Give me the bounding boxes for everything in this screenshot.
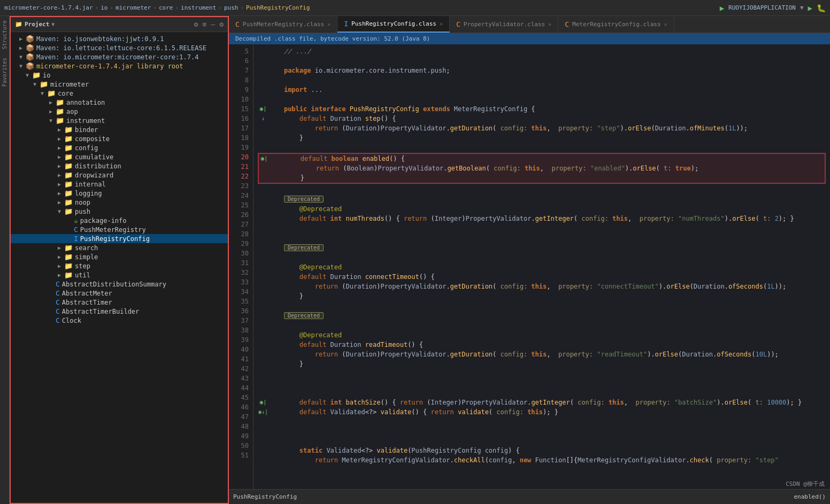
tab-meter-registry-config[interactable]: C MeterRegistryConfig.class ✕ (558, 16, 674, 33)
code-editor[interactable]: 5 6 7 8 9 10 15 16 17 18 19 20 21 22 23 … (229, 44, 830, 489)
code-text-7: package io.micrometer.core.instrument.pu… (268, 66, 826, 75)
breadcrumb-item-core[interactable]: core (159, 4, 173, 11)
edge-tab-structure[interactable]: Structure (1, 16, 9, 53)
code-text-9: import ... (268, 85, 826, 95)
ln33: 33 (229, 277, 249, 287)
code-line-32: default Duration connectTimeout() { (258, 272, 826, 282)
tab-close-2[interactable]: ✕ (440, 21, 443, 27)
breadcrumb-sep3: › (153, 4, 157, 11)
code-text-10 (268, 95, 826, 104)
breadcrumb-item-micrometer[interactable]: micrometer (116, 4, 151, 11)
code-line-41: } (258, 359, 826, 369)
ln5: 5 (229, 46, 249, 56)
ln43: 43 (229, 374, 249, 383)
folder-core[interactable]: ▼ 📁 core (11, 89, 228, 98)
folder-dropwizard[interactable]: ▶ 📁 dropwizard (11, 170, 228, 180)
code-line-23 (258, 184, 826, 194)
folder-step[interactable]: ▶ 📁 step (11, 261, 228, 270)
tab-property-validator[interactable]: C PropertyValidator.class ✕ (450, 16, 558, 33)
ln27: 27 (229, 220, 249, 229)
sync-icon[interactable]: ⚙ (194, 20, 198, 28)
breadcrumb-item-push[interactable]: push (224, 4, 239, 11)
folder-cumulative[interactable]: ▶ 📁 cumulative (11, 152, 228, 161)
folder-search[interactable]: ▶ 📁 search (11, 243, 228, 252)
sidebar-title-label: Project (25, 21, 49, 28)
tab-label-1: PushMeterRegistry.class (243, 21, 324, 28)
code-line-17: return (Duration)PropertyValidator.getDu… (258, 123, 826, 133)
ln44: 44 (229, 383, 249, 393)
file-abstract-timer-builder[interactable]: C AbstractTimerBuilder (11, 307, 228, 316)
collapse-icon[interactable]: — (211, 20, 215, 28)
breadcrumb-sep4: › (175, 4, 179, 11)
tab-close-3[interactable]: ✕ (548, 21, 551, 27)
code-text-8 (268, 75, 826, 85)
maven-item-lettuce[interactable]: ▶ 📦 Maven: io.lettuce:lettuce-core:6.1.5… (11, 43, 228, 52)
folder-annotation[interactable]: ▶ 📁 annotation (11, 98, 228, 107)
code-line-16: ↓ default Duration step() { (258, 114, 826, 123)
tab-push-registry-config[interactable]: I PushRegistryConfig.class ✕ (337, 16, 450, 33)
folder-io[interactable]: ▼ 📁 io (11, 71, 228, 80)
run-button2[interactable]: ▶ (808, 4, 812, 12)
code-line-9: import ... (258, 85, 826, 95)
dropdown-icon[interactable]: ▼ (800, 4, 804, 11)
ln50: 50 (229, 441, 249, 451)
file-abstract-timer[interactable]: C AbstractTimer (11, 298, 228, 307)
project-tree: ▶ 📦 Maven: io.jsonwebtoken:jjwt:0.9.1 ▶ … (11, 32, 228, 503)
maven-item-jwt[interactable]: ▶ 📦 Maven: io.jsonwebtoken:jjwt:0.9.1 (11, 34, 228, 43)
file-package-info[interactable]: ☕ package-info (11, 216, 228, 225)
gutter-45: ◉| (258, 398, 268, 407)
code-text-41: } (268, 359, 826, 369)
sidebar-header: 📁 Project ▼ ⚙ ≡ — ⚙ (11, 17, 228, 32)
folder-config[interactable]: ▶ 📁 config (11, 143, 228, 152)
settings-icon[interactable]: ⚙ (219, 20, 224, 28)
tab-close-1[interactable]: ✕ (327, 21, 331, 27)
breadcrumb-item-jar[interactable]: micrometer-core-1.7.4.jar (4, 4, 93, 11)
folder-distribution[interactable]: ▶ 📁 distribution (11, 161, 228, 170)
code-text-18: } (268, 133, 826, 143)
folder-noop[interactable]: ▶ 📁 noop (11, 198, 228, 207)
ln23: 23 (229, 181, 249, 191)
sidebar-title: 📁 Project ▼ (15, 21, 55, 28)
folder-composite[interactable]: ▶ 📁 composite (11, 134, 228, 143)
file-clock[interactable]: C Clock (11, 316, 228, 325)
file-abstract-meter[interactable]: C AbstractMeter (11, 289, 228, 298)
file-push-registry-config[interactable]: I PushRegistryConfig (11, 234, 228, 243)
code-line-30 (258, 253, 826, 262)
folder-internal[interactable]: ▶ 📁 internal (11, 180, 228, 189)
folder-aop[interactable]: ▶ 📁 aop (11, 107, 228, 116)
breadcrumb-item-io[interactable]: io (101, 4, 107, 11)
folder-push[interactable]: ▼ 📁 push (11, 207, 228, 216)
file-abstract-distribution-summary[interactable]: C AbstractDistributionSummary (11, 280, 228, 289)
dropdown-chevron[interactable]: ▼ (51, 21, 55, 27)
code-line-26: default int numThreads() { return (Integ… (258, 214, 826, 223)
breadcrumb-item-instrument[interactable]: instrument (181, 4, 216, 11)
code-text-26: default int numThreads() { return (Integ… (268, 214, 826, 223)
ln49: 49 (229, 431, 249, 441)
sidebar-actions: ⚙ ≡ — ⚙ (194, 20, 224, 28)
run-debug-icon[interactable]: 🐛 (817, 4, 826, 12)
tab-push-meter-registry[interactable]: C PushMeterRegistry.class ✕ (229, 16, 337, 33)
folder-micrometer[interactable]: ▼ 📁 micrometer (11, 80, 228, 89)
maven-item-micrometer[interactable]: ▼ 📦 Maven: io.micrometer:micrometer-core… (11, 52, 228, 61)
code-text-5: // .../ (268, 46, 826, 56)
main-area: Structure Favorites 📁 Project ▼ ⚙ ≡ — ⚙ … (0, 16, 830, 504)
library-root[interactable]: ▼ 📦 micrometer-core-1.7.4.jar library ro… (11, 61, 228, 71)
folder-binder[interactable]: ▶ 📁 binder (11, 125, 228, 134)
folder-simple[interactable]: ▶ 📁 simple (11, 252, 228, 261)
code-line-42 (258, 369, 826, 378)
edge-tab-favorites[interactable]: Favorites (1, 53, 9, 91)
code-text-45: default int batchSize() { return (Intege… (268, 398, 826, 407)
folder-util[interactable]: ▶ 📁 util (11, 270, 228, 280)
ln46: 46 (229, 402, 249, 412)
tab-close-4[interactable]: ✕ (664, 21, 667, 27)
folder-logging[interactable]: ▶ 📁 logging (11, 189, 228, 198)
breadcrumb-item-active[interactable]: PushRegistryConfig (246, 4, 310, 11)
folder-instrument[interactable]: ▼ 📁 instrument (11, 116, 228, 125)
file-push-meter-registry[interactable]: C PushMeterRegistry (11, 225, 228, 234)
code-line-28 (258, 233, 826, 243)
ln9: 9 (229, 85, 249, 95)
expand-icon[interactable]: ≡ (203, 20, 207, 28)
run-button[interactable]: ▶ (720, 4, 724, 12)
ln21: 21 (229, 162, 249, 172)
code-line-33: return (Duration)PropertyValidator.getDu… (258, 282, 826, 291)
